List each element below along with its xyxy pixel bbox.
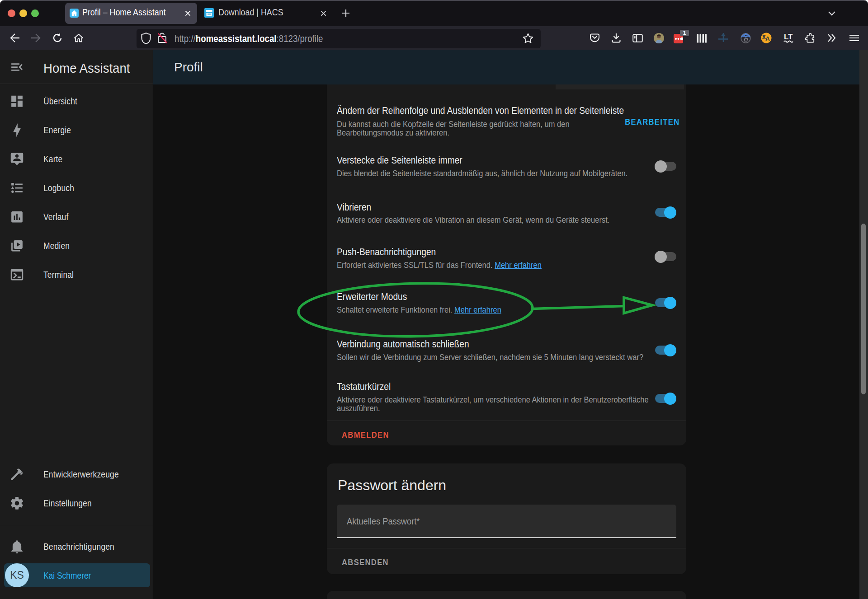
svg-text:A: A [765, 35, 770, 42]
svg-text:LT: LT [784, 33, 793, 41]
